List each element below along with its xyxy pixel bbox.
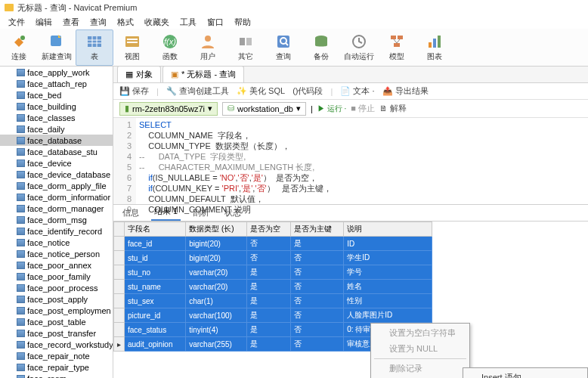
toolbar-chart[interactable]: 图表: [416, 29, 453, 66]
cell[interactable]: 是: [247, 265, 291, 280]
database-select[interactable]: ⛁ workstation_db ▾: [222, 102, 306, 116]
menu-item[interactable]: 查看: [58, 16, 84, 29]
cell[interactable]: 是: [247, 323, 291, 337]
table-row[interactable]: stu_novarchar(20)是否学号: [114, 265, 432, 280]
cell[interactable]: picture_id: [125, 308, 186, 323]
table-row[interactable]: stu_idbigint(20)否否学生ID: [114, 251, 432, 265]
explain-button[interactable]: 🗎 解释: [379, 103, 407, 114]
context-item[interactable]: 设置为 NULL: [371, 341, 469, 357]
menu-item[interactable]: 格式: [113, 16, 138, 29]
table-item[interactable]: face_database: [0, 135, 113, 146]
table-item[interactable]: face_daily: [0, 123, 113, 135]
cell[interactable]: 否: [247, 237, 291, 251]
menu-item[interactable]: 窗口: [203, 16, 228, 29]
beautify-sql-button[interactable]: ✨ 美化 SQL: [237, 85, 285, 97]
cell[interactable]: varchar(20): [186, 280, 247, 294]
result-grid[interactable]: 字段名数据类型 (长)是否为空是否为主键说明face_idbigint(20)否…: [113, 222, 588, 378]
row-handle[interactable]: [114, 265, 125, 280]
cell[interactable]: 否: [291, 323, 344, 337]
row-handle[interactable]: [114, 280, 125, 294]
toolbar-plug[interactable]: 连接: [0, 29, 38, 66]
cell[interactable]: bigint(20): [186, 251, 247, 265]
menu-item[interactable]: 查询: [85, 16, 111, 29]
table-item[interactable]: face_classes: [0, 112, 113, 123]
cell[interactable]: ID: [344, 237, 432, 251]
table-item[interactable]: face_room: [0, 373, 113, 378]
row-handle[interactable]: ▸: [114, 337, 125, 352]
cell[interactable]: face_status: [125, 323, 186, 337]
cell[interactable]: 是: [247, 280, 291, 294]
cell[interactable]: stu_no: [125, 265, 186, 280]
result-tab[interactable]: 信息: [119, 205, 142, 221]
row-handle[interactable]: [114, 294, 125, 308]
table-row[interactable]: stu_namevarchar(20)是否姓名: [114, 280, 432, 294]
code-snippet-button[interactable]: ()代码段: [292, 85, 323, 97]
table-item[interactable]: face_repair_note: [0, 350, 113, 361]
cell[interactable]: 是: [291, 237, 344, 251]
column-header[interactable]: 数据类型 (长): [186, 222, 247, 237]
cell[interactable]: bigint(20): [186, 237, 247, 251]
cell[interactable]: varchar(100): [186, 308, 247, 323]
cell[interactable]: 是: [247, 337, 291, 352]
toolbar-fx[interactable]: f(x)函数: [151, 29, 189, 66]
cell[interactable]: stu_id: [125, 251, 186, 265]
column-header[interactable]: 字段名: [125, 222, 186, 237]
cell[interactable]: 否: [291, 280, 344, 294]
column-header[interactable]: 是否为空: [247, 222, 291, 237]
toolbar-other[interactable]: 其它: [227, 29, 265, 66]
cell[interactable]: audit_opinion: [125, 337, 186, 352]
toolbar-model[interactable]: 模型: [378, 29, 416, 66]
export-result-button[interactable]: 📤 导出结果: [382, 85, 429, 97]
table-item[interactable]: face_repair_type: [0, 361, 113, 373]
table-item[interactable]: face_poor_annex: [0, 259, 113, 271]
table-item[interactable]: face_dorm_apply_file: [0, 180, 113, 191]
context-item[interactable]: 设置为空白字符串: [371, 325, 469, 341]
context-item[interactable]: 删除记录: [371, 361, 469, 376]
cell[interactable]: 否: [291, 294, 344, 308]
table-item[interactable]: face_dorm_msg: [0, 214, 113, 225]
toolbar-query[interactable]: 查询: [265, 29, 302, 66]
table-item[interactable]: face_post_table: [0, 316, 113, 327]
table-item[interactable]: face_post_transfer: [0, 327, 113, 339]
table-row[interactable]: picture_idvarchar(100)是否人脸库图片ID: [114, 308, 432, 323]
cell[interactable]: stu_sex: [125, 294, 186, 308]
cell[interactable]: 否: [291, 308, 344, 323]
cell[interactable]: 是: [247, 308, 291, 323]
result-tab[interactable]: 结果 1: [151, 203, 181, 221]
table-row[interactable]: face_idbigint(20)否是ID: [114, 237, 432, 251]
cell[interactable]: 否: [291, 251, 344, 265]
cell[interactable]: char(1): [186, 294, 247, 308]
table-item[interactable]: face_post_apply: [0, 293, 113, 305]
cell[interactable]: 是: [247, 294, 291, 308]
row-handle[interactable]: [114, 251, 125, 265]
cell[interactable]: 否: [291, 265, 344, 280]
menu-item[interactable]: 编辑: [31, 16, 57, 29]
table-item[interactable]: face_apply_work: [0, 67, 113, 78]
text-button[interactable]: 📄 文本 ·: [340, 85, 374, 97]
table-item[interactable]: face_database_stu: [0, 146, 113, 157]
table-item[interactable]: face_poor_family: [0, 271, 113, 282]
cell[interactable]: 性别: [344, 294, 432, 308]
result-tab[interactable]: 状态: [221, 205, 244, 221]
table-sidebar[interactable]: face_apply_workface_attach_repface_bedfa…: [0, 67, 113, 378]
table-item[interactable]: face_poor_process: [0, 282, 113, 293]
tab-objects[interactable]: ▦ 对象: [117, 67, 161, 82]
cell[interactable]: face_id: [125, 237, 186, 251]
cell[interactable]: varchar(255): [186, 337, 247, 352]
toolbar-table[interactable]: 表: [76, 29, 113, 66]
table-item[interactable]: face_device_database: [0, 169, 113, 180]
menu-item[interactable]: 收藏夹: [140, 16, 174, 29]
sql-code[interactable]: SELECT COLUMN_NAME 字段名， COLUMN_TYPE 数据类型…: [136, 118, 588, 204]
table-item[interactable]: face_dorm_manager: [0, 203, 113, 214]
toolbar-user[interactable]: 用户: [189, 29, 227, 66]
table-item[interactable]: face_attach_rep: [0, 78, 113, 89]
run-button[interactable]: ▶ 运行 ·: [317, 104, 346, 114]
column-header[interactable]: 说明: [344, 222, 432, 237]
table-item[interactable]: face_notice_person: [0, 248, 113, 259]
query-builder-button[interactable]: 🔧 查询创建工具: [166, 85, 229, 97]
row-handle[interactable]: [114, 237, 125, 251]
menu-item[interactable]: 工具: [175, 16, 201, 29]
context-subitem[interactable]: Insert 语句: [463, 370, 587, 378]
row-handle[interactable]: [114, 323, 125, 337]
table-item[interactable]: face_bed: [0, 89, 113, 101]
